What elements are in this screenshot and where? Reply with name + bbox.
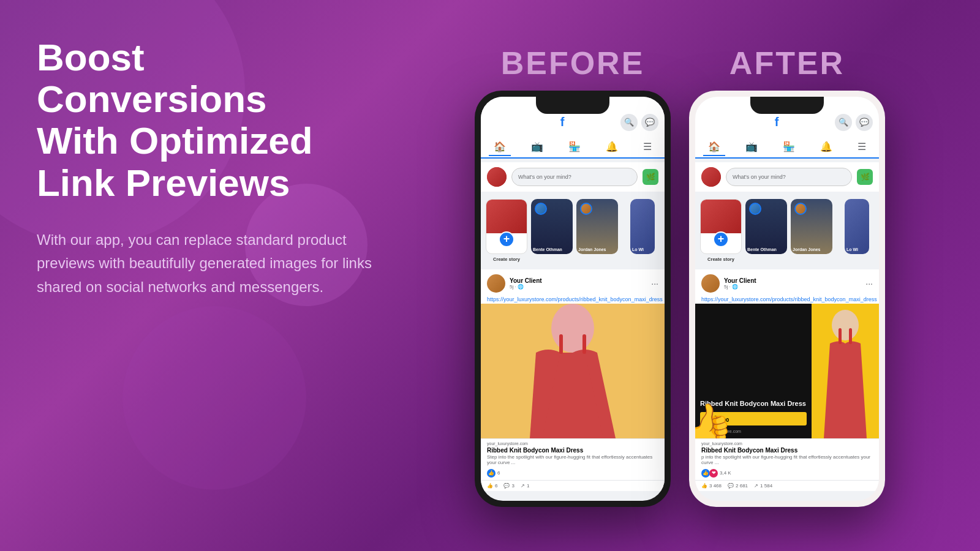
store-label-after: your_luxurystore.com bbox=[701, 441, 873, 446]
media-icon-before[interactable]: 🌿 bbox=[643, 169, 658, 185]
like-action-before[interactable]: 👍 6 bbox=[487, 483, 497, 489]
post-avatar-before bbox=[487, 274, 505, 293]
like-icon-after: 👍 bbox=[701, 483, 707, 489]
likes-count-after: 3,4 K bbox=[720, 470, 731, 476]
before-section: BEFORE f 🔍 💬 🏠 📺 🏪 � bbox=[475, 45, 671, 507]
nav-video-after[interactable]: 📺 bbox=[741, 138, 763, 156]
phone-notch-before bbox=[536, 97, 609, 114]
post-desc-after: p into the spotlight with our figure-hug… bbox=[701, 454, 873, 465]
nav-home-before[interactable]: 🏠 bbox=[489, 138, 511, 156]
search-icon-before[interactable]: 🔍 bbox=[620, 114, 638, 131]
user-avatar-before bbox=[487, 167, 507, 187]
story-person2-before[interactable]: Jordan Jones bbox=[576, 199, 618, 262]
heading-line4: Link Previews bbox=[37, 162, 290, 204]
nav-menu-before[interactable]: ☰ bbox=[638, 138, 657, 156]
story-thumb-p1-after: Bente Othman bbox=[745, 199, 787, 254]
story-person3-after[interactable]: Lo Wi bbox=[836, 199, 878, 262]
create-story-thumb-after: + bbox=[700, 199, 742, 254]
share-action-before[interactable]: ↗ 1 bbox=[521, 483, 529, 489]
comment-action-after[interactable]: 💬 2 681 bbox=[728, 483, 748, 489]
story-name-p3-before: Lo Wi bbox=[632, 247, 653, 252]
before-post: Your Client 5j · 🌐 ··· https://your_luxu… bbox=[481, 269, 665, 491]
product-image-right bbox=[812, 304, 879, 438]
story-avatar-p2-before bbox=[580, 203, 592, 215]
post-title-before: Ribbed Knit Bodycon Maxi Dress bbox=[487, 447, 658, 454]
story-avatar-p2-after bbox=[794, 203, 807, 215]
like-reaction-after: 👍 bbox=[701, 469, 710, 478]
post-box-before: What's on your mind? 🌿 bbox=[481, 162, 665, 192]
fb-wordmark-after: f bbox=[775, 115, 779, 129]
messenger-icon-after[interactable]: 💬 bbox=[856, 114, 873, 131]
post-meta-before: Your Client 5j · 🌐 bbox=[510, 277, 647, 290]
left-panel: Boost Conversions With Optimized Link Pr… bbox=[37, 37, 392, 299]
share-icon-before: ↗ bbox=[521, 483, 525, 489]
story-thumb-p2-after: Jordan Jones bbox=[791, 199, 832, 254]
post-link-after[interactable]: https://your_luxurystore.com/products/ri… bbox=[695, 295, 879, 304]
post-more-after[interactable]: ··· bbox=[865, 279, 873, 288]
messenger-icon-before[interactable]: 💬 bbox=[641, 114, 658, 131]
nav-store-before[interactable]: 🏪 bbox=[564, 138, 586, 156]
post-box-after: What's on your mind? 🌿 bbox=[695, 162, 879, 192]
comment-action-before[interactable]: 💬 3 bbox=[503, 483, 514, 489]
after-phone: f 🔍 💬 🏠 📺 🏪 🔔 ☰ bbox=[689, 91, 885, 507]
post-bottom-before: your_luxurystore.com Ribbed Knit Bodycon… bbox=[481, 438, 665, 468]
share-icon-after: ↗ bbox=[754, 483, 758, 489]
nav-home-after[interactable]: 🏠 bbox=[703, 138, 725, 156]
story-thumb-p3-after: Lo Wi bbox=[845, 199, 869, 254]
post-link-before[interactable]: https://your_luxurystore.com/products/ri… bbox=[481, 295, 665, 304]
plus-icon-after: + bbox=[713, 231, 729, 247]
create-story-avatar-after bbox=[701, 200, 741, 233]
search-icon-after[interactable]: 🔍 bbox=[835, 114, 852, 131]
post-avatar-after bbox=[701, 274, 720, 293]
heart-reaction-after: ❤ bbox=[709, 469, 718, 478]
stories-after: + Create story Bente Othman Jordan bbox=[695, 195, 879, 266]
post-actions-after: 👍 3 468 💬 2 681 ↗ 1 584 bbox=[695, 480, 879, 491]
create-story-before[interactable]: + Create story bbox=[486, 199, 527, 262]
fb-nav-after: 🏠 📺 🏪 🔔 ☰ bbox=[695, 135, 879, 159]
story-name-p1-after: Bente Othman bbox=[747, 247, 785, 252]
svg-point-5 bbox=[832, 310, 859, 340]
nav-bell-before[interactable]: 🔔 bbox=[601, 138, 623, 156]
story-avatar-p1-after bbox=[749, 203, 761, 215]
story-thumb-p1-before: Bente Othman bbox=[531, 199, 573, 254]
before-phone: f 🔍 💬 🏠 📺 🏪 🔔 ☰ bbox=[475, 91, 671, 507]
story-person2-after[interactable]: Jordan Jones bbox=[791, 199, 832, 262]
fb-nav-before: 🏠 📺 🏪 🔔 ☰ bbox=[481, 135, 665, 159]
post-input-before[interactable]: What's on your mind? bbox=[511, 168, 638, 186]
like-action-after[interactable]: 👍 3 468 bbox=[701, 483, 722, 489]
store-label-before: your_luxurystore.com bbox=[487, 441, 658, 446]
heading-line1: Boost bbox=[37, 36, 145, 78]
post-more-before[interactable]: ··· bbox=[651, 279, 658, 288]
stories-before: + Create story Bente Othman bbox=[481, 195, 665, 266]
comment-icon-before: 💬 bbox=[503, 483, 510, 489]
nav-video-before[interactable]: 📺 bbox=[526, 138, 548, 156]
heading-line3: With Optimized bbox=[37, 119, 313, 162]
svg-rect-6 bbox=[839, 328, 842, 344]
svg-rect-3 bbox=[582, 334, 586, 354]
post-header-after: Your Client 5j · 🌐 ··· bbox=[695, 269, 879, 295]
story-person1-after[interactable]: Bente Othman bbox=[745, 199, 787, 262]
before-label: BEFORE bbox=[501, 45, 645, 81]
story-person1-before[interactable]: Bente Othman bbox=[531, 199, 573, 262]
post-title-after: Ribbed Knit Bodycon Maxi Dress bbox=[701, 447, 873, 454]
post-username-before: Your Client bbox=[510, 277, 647, 284]
svg-rect-2 bbox=[559, 334, 563, 354]
fb-header-icons-before: 🔍 💬 bbox=[620, 114, 658, 131]
comment-count-before: 3 bbox=[511, 483, 514, 489]
story-person3-before[interactable]: Lo Wi bbox=[622, 199, 663, 262]
nav-bell-after[interactable]: 🔔 bbox=[815, 138, 837, 156]
post-likes-before: 👍 6 bbox=[481, 468, 665, 479]
nav-store-after[interactable]: 🏪 bbox=[778, 138, 800, 156]
fb-wordmark-before: f bbox=[560, 115, 565, 129]
nav-menu-after[interactable]: ☰ bbox=[853, 138, 871, 156]
svg-point-1 bbox=[551, 304, 594, 353]
media-icon-after[interactable]: 🌿 bbox=[857, 169, 873, 185]
main-heading: Boost Conversions With Optimized Link Pr… bbox=[37, 37, 392, 204]
after-post: Your Client 5j · 🌐 ··· https://your_luxu… bbox=[695, 269, 879, 491]
post-input-after[interactable]: What's on your mind? bbox=[726, 168, 852, 186]
fb-header-icons-after: 🔍 💬 bbox=[835, 114, 873, 131]
share-action-after[interactable]: ↗ 1 584 bbox=[754, 483, 772, 489]
bg-decoration-2 bbox=[123, 306, 306, 490]
create-story-after[interactable]: + Create story bbox=[700, 199, 742, 262]
svg-rect-7 bbox=[849, 328, 852, 344]
